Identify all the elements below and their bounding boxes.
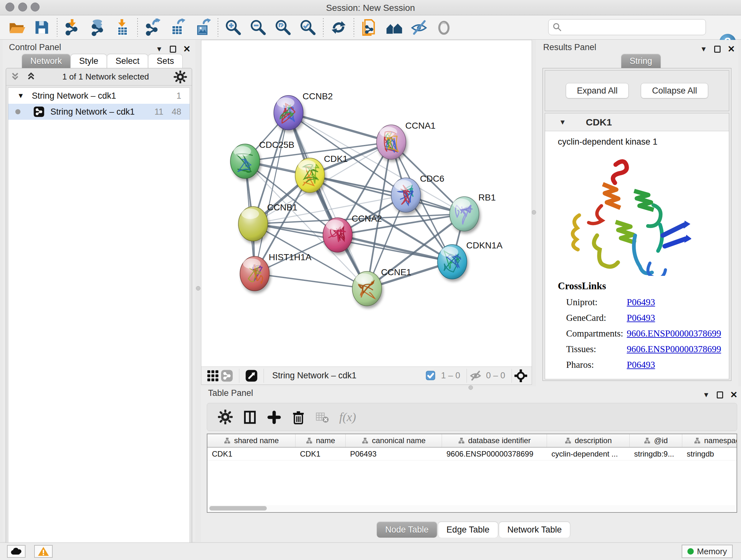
- network-collection-row[interactable]: ▼ String Network – cdk1 1: [8, 88, 190, 104]
- column-header-name[interactable]: name: [295, 434, 346, 447]
- show-columns-icon[interactable]: [242, 410, 257, 424]
- panel-menu-icon[interactable]: ▼: [156, 45, 163, 53]
- column-type-icon: [306, 437, 313, 444]
- node-CCNB2[interactable]: CCNB2: [274, 91, 333, 130]
- search-field: [548, 19, 706, 35]
- panel-menu-icon[interactable]: ▼: [703, 391, 710, 399]
- table-toolbar: f(x): [207, 403, 737, 431]
- cdk1-entry-header[interactable]: ▼ CDK1: [545, 113, 729, 131]
- collapse-all-icon[interactable]: [9, 71, 22, 83]
- column-header-shared-name[interactable]: shared name: [207, 434, 295, 447]
- refresh-layout-button[interactable]: [326, 17, 351, 38]
- table-options-gear-icon[interactable]: [218, 410, 232, 424]
- zoom-fit-button[interactable]: [271, 17, 295, 38]
- network-canvas[interactable]: CCNB2CCNA1CDC25BCDK1CDC6RB1CCNB1CCNA2CDK…: [201, 40, 532, 367]
- network-view: CCNB2CCNA1CDC25BCDK1CDC6RB1CCNB1CCNA2CDK…: [201, 40, 532, 385]
- first-neighbors-button[interactable]: [357, 17, 382, 38]
- show-all-button[interactable]: [382, 17, 407, 38]
- entry-expand-icon[interactable]: ▼: [559, 118, 566, 126]
- crosslink-link[interactable]: P06493: [627, 313, 655, 323]
- expand-all-button[interactable]: Expand All: [566, 83, 629, 98]
- node-HIST1H1A[interactable]: HIST1H1A: [240, 252, 312, 291]
- create-column-icon[interactable]: [266, 410, 281, 424]
- node-CCNA1[interactable]: CCNA1: [377, 121, 435, 159]
- cloud-icon: [10, 547, 22, 556]
- float-panel-icon[interactable]: [714, 46, 721, 53]
- network-options-gear-icon[interactable]: [173, 71, 187, 83]
- entry-name: CDK1: [586, 117, 612, 128]
- zoom-in-button[interactable]: [221, 17, 246, 38]
- collection-expand-icon[interactable]: ▼: [17, 91, 24, 100]
- node-label-CDC25B: CDC25B: [259, 140, 294, 150]
- table-horizontal-scrollbar[interactable]: [208, 505, 736, 511]
- memory-button[interactable]: Memory: [682, 545, 733, 558]
- open-session-button[interactable]: [4, 17, 29, 38]
- detach-view-icon[interactable]: [245, 369, 259, 383]
- tab-network-table[interactable]: Network Table: [499, 522, 570, 538]
- birdseye-grid-icon[interactable]: [206, 369, 220, 383]
- export-table-button[interactable]: [165, 17, 190, 38]
- network-selection-status: 1 of 1 Network selected: [38, 72, 173, 82]
- column-header-database-identifier[interactable]: database identifier: [442, 434, 547, 447]
- tab-node-table[interactable]: Node Table: [377, 522, 437, 538]
- export-network-button[interactable]: [140, 17, 165, 38]
- table-cell: stringdb: [682, 448, 737, 460]
- results-panel-title: Results Panel: [543, 43, 596, 52]
- window-title: Session: New Session: [0, 3, 741, 13]
- network-row[interactable]: String Network – cdk1 11 48: [8, 104, 190, 120]
- fit-selected-crosshair-icon[interactable]: [514, 369, 528, 383]
- crosslink-link[interactable]: 9606.ENSP00000378699: [627, 344, 721, 354]
- column-header-namespace[interactable]: namespace: [682, 434, 737, 447]
- node-CCNE1[interactable]: CCNE1: [352, 267, 411, 306]
- import-network-button[interactable]: [60, 17, 85, 38]
- bottom-splitter-handle[interactable]: [468, 385, 473, 390]
- scrollbar-thumb[interactable]: [209, 506, 267, 510]
- table-header-row: shared namenamecanonical namedatabase id…: [207, 434, 737, 448]
- right-splitter-handle[interactable]: [532, 210, 536, 214]
- tab-style[interactable]: Style: [71, 54, 107, 68]
- import-table-button[interactable]: [110, 17, 135, 38]
- tab-select[interactable]: Select: [107, 54, 148, 68]
- panel-menu-icon[interactable]: ▼: [700, 45, 707, 53]
- zoom-out-button[interactable]: [246, 17, 271, 38]
- close-panel-icon[interactable]: ✕: [183, 44, 191, 54]
- expand-all-icon[interactable]: [25, 71, 38, 83]
- float-panel-icon[interactable]: [170, 46, 176, 53]
- warnings-button[interactable]: [34, 545, 53, 558]
- float-panel-icon[interactable]: [717, 391, 723, 398]
- close-panel-icon[interactable]: ✕: [728, 44, 735, 54]
- crosslink-link[interactable]: P06493: [627, 360, 655, 370]
- node-CDKN1A[interactable]: CDKN1A: [437, 240, 502, 279]
- table-cell: CDK1: [295, 448, 346, 460]
- show-hidden-button[interactable]: [431, 17, 456, 38]
- table-row[interactable]: CDK1CDK1P064939606.ENSP00000378699cyclin…: [207, 448, 737, 460]
- crosslinks-title: CrossLinks: [558, 280, 729, 292]
- column-header-@id[interactable]: @id: [630, 434, 682, 447]
- crosslink-link[interactable]: 9606.ENSP00000378699: [627, 328, 721, 339]
- toolbar-separator: [323, 18, 324, 37]
- left-splitter-handle[interactable]: [196, 286, 200, 291]
- hidden-counts: 0 – 0: [486, 371, 505, 381]
- tab-sets[interactable]: Sets: [148, 54, 183, 68]
- export-image-button[interactable]: [190, 17, 215, 38]
- hide-selected-button[interactable]: [407, 17, 431, 38]
- tab-edge-table[interactable]: Edge Table: [438, 522, 498, 538]
- collapse-all-button[interactable]: Collapse All: [641, 83, 708, 98]
- column-header-description[interactable]: description: [547, 434, 630, 447]
- node-table: shared namenamecanonical namedatabase id…: [207, 434, 737, 513]
- import-network-from-database-button[interactable]: [85, 17, 110, 38]
- tab-string[interactable]: String: [621, 54, 661, 68]
- crosslink-link[interactable]: P06493: [627, 297, 655, 307]
- zoom-selected-button[interactable]: [295, 17, 320, 38]
- close-panel-icon[interactable]: ✕: [730, 389, 738, 400]
- save-session-button[interactable]: [29, 17, 54, 38]
- delete-column-icon[interactable]: [291, 410, 306, 424]
- hidden-eye-icon[interactable]: [469, 369, 483, 383]
- cloud-button[interactable]: [7, 545, 25, 558]
- node-RB1[interactable]: RB1: [450, 192, 495, 231]
- search-input[interactable]: [562, 21, 705, 34]
- network-overview-icon[interactable]: [220, 369, 234, 383]
- tab-network[interactable]: Network: [22, 54, 71, 68]
- column-header-canonical-name[interactable]: canonical name: [346, 434, 442, 447]
- selected-checkbox-icon[interactable]: [424, 369, 438, 383]
